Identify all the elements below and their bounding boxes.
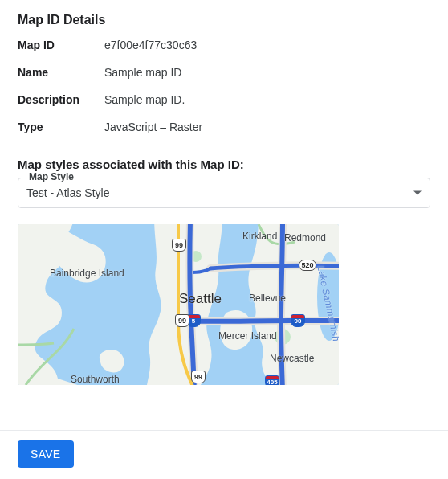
shield-us99-bot: 99 [191, 371, 206, 383]
map-label-bellevue: Bellevue [249, 293, 286, 304]
map-label-newcastle: Newcastle [270, 353, 314, 364]
shield-sr520: 520 [299, 260, 316, 271]
map-label-kirkland: Kirkland [242, 231, 277, 242]
page-title: Map ID Details [18, 13, 430, 27]
styles-heading: Map styles associated with this Map ID: [18, 158, 430, 171]
name-label: Name [18, 66, 101, 79]
type-value: JavaScript – Raster [104, 121, 430, 133]
footer-bar: SAVE [0, 430, 448, 479]
chevron-down-icon [413, 191, 422, 195]
description-value: Sample map ID. [104, 93, 430, 106]
description-label: Description [18, 93, 101, 106]
name-value: Sample map ID [104, 66, 430, 79]
map-label-seattle: Seattle [179, 291, 222, 307]
map-style-label: Map Style [26, 171, 77, 182]
map-id-value: e7f00e4f77c30c63 [104, 39, 430, 51]
map-label-mercer: Mercer Island [218, 330, 277, 342]
map-style-field: Map Style Test - Atlas Style [18, 178, 430, 208]
shield-i405: 405 [265, 375, 279, 385]
type-label: Type [18, 121, 101, 133]
map-preview: Seattle Bellevue Kirkland Redmond Bainbr… [18, 224, 339, 385]
map-style-select[interactable]: Test - Atlas Style [18, 178, 430, 208]
shield-i90: 90 [291, 314, 305, 327]
map-label-redmond: Redmond [284, 232, 326, 244]
map-style-selected-value: Test - Atlas Style [26, 186, 109, 199]
map-label-bainbridge: Bainbridge Island [50, 268, 124, 279]
save-button[interactable]: SAVE [18, 440, 74, 468]
shield-us99-top: 99 [172, 239, 186, 252]
map-label-southworth: Southworth [71, 374, 120, 385]
shield-us99-mid: 99 [175, 314, 189, 327]
details-table: Map ID e7f00e4f77c30c63 Name Sample map … [18, 39, 430, 133]
map-id-label: Map ID [18, 39, 101, 51]
